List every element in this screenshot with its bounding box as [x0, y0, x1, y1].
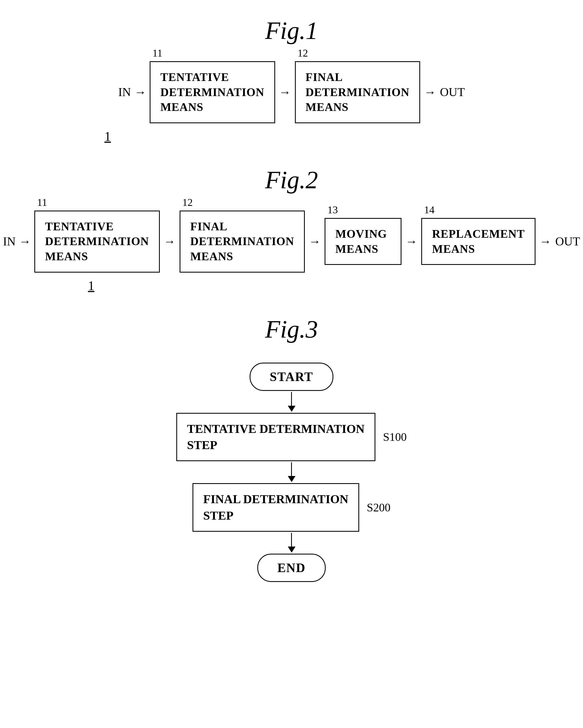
fig2-box14-wrapper: 14 REPLACEMENTMEANS — [421, 218, 535, 265]
fig2-box11: TENTATIVEDETERMINATIONMEANS — [34, 211, 160, 272]
fig1-title: Fig.1 — [265, 17, 318, 45]
fig3-title: Fig.3 — [265, 315, 318, 343]
fig1-mid-arrow: → — [279, 85, 291, 99]
fig3-arrowhead2 — [288, 476, 296, 482]
fig2-box14: REPLACEMENTMEANS — [421, 218, 535, 265]
fig1-box12-number: 12 — [298, 47, 308, 59]
fig3-arrow2 — [288, 461, 296, 483]
fig1-in-arrow-sym: → — [134, 85, 146, 99]
fig2-label-wrapper: 1 — [22, 278, 561, 293]
figure-3-section: Fig.3 START TENTATIVE DETERMINATIONSTEP … — [22, 315, 561, 582]
fig2-box13-number: 13 — [327, 204, 338, 216]
fig2-box12: FINALDETERMINATIONMEANS — [180, 211, 305, 272]
fig1-in-label: IN — [118, 85, 131, 99]
fig2-arrow1: → — [164, 234, 176, 249]
fig3-arrow1 — [288, 391, 296, 413]
fig3-vline1 — [291, 392, 292, 406]
fig1-box11-number: 11 — [152, 47, 162, 59]
fig2-label-1: 1 — [88, 278, 95, 293]
fig1-label-wrapper: 1 — [22, 129, 561, 144]
fig3-arrowhead1 — [288, 406, 296, 412]
fig2-box13: MOVINGMEANS — [325, 218, 402, 265]
fig3-arrow3 — [288, 532, 296, 554]
fig2-box12-number: 12 — [182, 196, 193, 208]
fig2-diagram: IN → 11 TENTATIVEDETERMINATIONMEANS → 12… — [3, 211, 580, 272]
fig2-box11-text: TENTATIVEDETERMINATIONMEANS — [45, 220, 149, 263]
fig3-vline2 — [291, 462, 292, 476]
fig3-step-s200-text: FINAL DETERMINATIONSTEP — [203, 492, 348, 522]
fig1-box12-line1: FINALDETERMINATIONMEANS — [306, 71, 410, 113]
fig2-box12-text: FINALDETERMINATIONMEANS — [190, 220, 295, 263]
figure-1-section: Fig.1 IN → 11 TENTATIVEDETERMINATIONMEAN… — [22, 17, 561, 144]
fig2-arrow3: → — [405, 234, 417, 249]
fig3-end-box: END — [257, 554, 326, 582]
fig3-step-s100-text: TENTATIVE DETERMINATIONSTEP — [187, 422, 365, 452]
fig2-out-arrow: → — [539, 234, 552, 249]
fig2-box13-wrapper: 13 MOVINGMEANS — [325, 218, 402, 265]
fig3-step-s200-box: FINAL DETERMINATIONSTEP — [193, 483, 359, 532]
fig1-diagram: IN → 11 TENTATIVEDETERMINATIONMEANS → 12… — [118, 61, 465, 123]
fig1-label-1: 1 — [104, 129, 111, 144]
fig2-in-arrow-sym: → — [19, 234, 31, 249]
fig2-box12-wrapper: 12 FINALDETERMINATIONMEANS — [180, 211, 305, 272]
fig2-box11-wrapper: 11 TENTATIVEDETERMINATIONMEANS — [34, 211, 160, 272]
fig2-in-arrow: IN → — [3, 234, 34, 249]
fig2-in-label: IN — [3, 234, 16, 249]
fig3-start-box: START — [250, 363, 333, 391]
fig3-step-s100-row: TENTATIVE DETERMINATIONSTEP S100 — [176, 413, 407, 462]
fig2-arrow2: → — [309, 234, 321, 249]
fig3-step-s100-label: S100 — [383, 431, 407, 444]
fig1-box11-line1: TENTATIVEDETERMINATIONMEANS — [160, 71, 264, 113]
fig3-vline3 — [291, 533, 292, 547]
fig1-out-arrow: → — [424, 85, 436, 99]
fig3-step-s200-row: FINAL DETERMINATIONSTEP S200 — [193, 483, 390, 532]
fig3-arrowhead3 — [288, 547, 296, 553]
fig2-box11-number: 11 — [37, 196, 47, 208]
fig1-box12-wrapper: 12 FINALDETERMINATIONMEANS — [295, 61, 421, 123]
fig1-box12: FINALDETERMINATIONMEANS — [295, 61, 421, 123]
fig1-box11-wrapper: 11 TENTATIVEDETERMINATIONMEANS — [150, 61, 275, 123]
fig1-out-label: OUT — [440, 85, 465, 99]
fig2-box14-number: 14 — [424, 204, 434, 216]
fig1-in-arrow: IN → — [118, 85, 149, 99]
fig2-box13-text: MOVINGMEANS — [335, 228, 387, 255]
fig3-step-s100-box: TENTATIVE DETERMINATIONSTEP — [176, 413, 375, 462]
fig2-box14-text: REPLACEMENTMEANS — [432, 228, 525, 255]
fig2-title: Fig.2 — [265, 166, 318, 194]
fig3-diagram: START TENTATIVE DETERMINATIONSTEP S100 — [176, 363, 407, 582]
fig1-box11: TENTATIVEDETERMINATIONMEANS — [150, 61, 275, 123]
fig3-step-s200-label: S200 — [367, 501, 390, 514]
fig2-out-label: OUT — [555, 234, 580, 249]
figure-2-section: Fig.2 IN → 11 TENTATIVEDETERMINATIONMEAN… — [22, 166, 561, 293]
page: Fig.1 IN → 11 TENTATIVEDETERMINATIONMEAN… — [0, 0, 583, 728]
